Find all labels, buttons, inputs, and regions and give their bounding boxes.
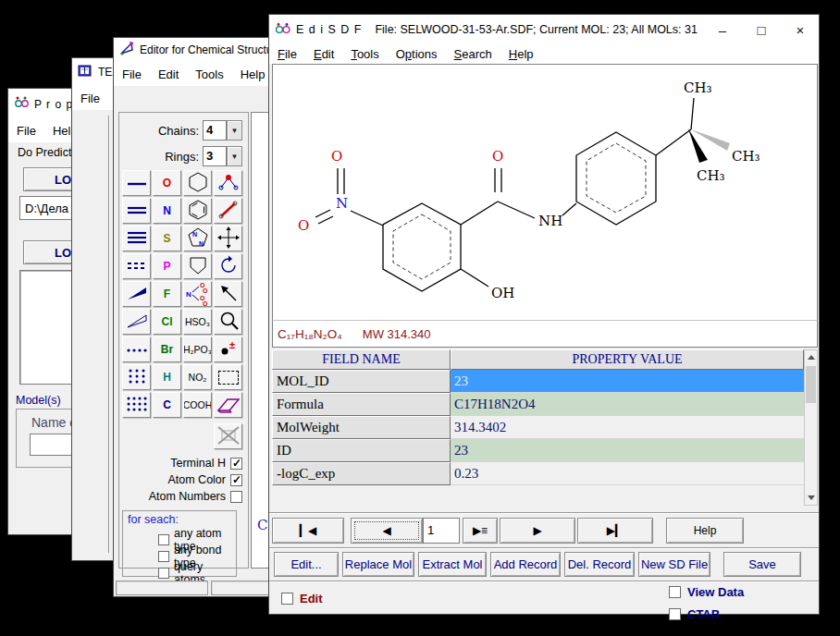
tool-imidazole[interactable]: NN bbox=[183, 226, 212, 251]
edit-checkbox[interactable] bbox=[281, 593, 293, 605]
terminal-h-option[interactable]: Terminal H bbox=[170, 457, 242, 470]
replace-mol-button[interactable]: Replace Mol bbox=[342, 552, 414, 577]
rings-dropdown-button[interactable]: ▼ bbox=[227, 146, 242, 166]
last-record-button[interactable]: ▶▎ bbox=[577, 518, 653, 544]
edit-button[interactable]: Edit... bbox=[274, 552, 339, 577]
atom-label-carbonyl-o: O bbox=[492, 148, 503, 165]
tool-dots-dense[interactable] bbox=[122, 392, 151, 418]
element-chlorine-button[interactable]: Cl bbox=[153, 309, 181, 335]
next-record-button[interactable]: ▶ bbox=[500, 518, 575, 544]
tool-single-bond[interactable] bbox=[122, 170, 151, 196]
save-button[interactable]: Save bbox=[723, 552, 801, 577]
close-button[interactable]: × bbox=[781, 16, 819, 43]
menu-file[interactable]: File bbox=[269, 45, 305, 63]
tool-zoom[interactable] bbox=[214, 309, 242, 335]
first-record-button[interactable]: ▎◀ bbox=[272, 518, 344, 544]
ctab-option[interactable]: CTAB bbox=[669, 607, 720, 621]
tool-rotate[interactable] bbox=[214, 253, 242, 279]
menu-options[interactable]: Options bbox=[388, 45, 446, 63]
tool-dots-grid[interactable] bbox=[122, 364, 151, 390]
new-sd-file-button[interactable]: New SD File bbox=[638, 552, 710, 577]
element-hydrogen-button[interactable]: H bbox=[153, 364, 181, 390]
tool-ring5[interactable] bbox=[183, 253, 212, 279]
tool-select-arrow[interactable] bbox=[214, 281, 242, 307]
tool-aromatic-bond[interactable] bbox=[122, 253, 151, 279]
tool-atom-draw[interactable] bbox=[214, 170, 242, 196]
tool-double-bond[interactable] bbox=[122, 198, 151, 224]
tool-dotted-bond[interactable] bbox=[122, 336, 151, 362]
element-bromine-button[interactable]: Br bbox=[153, 336, 181, 362]
svg-text:N: N bbox=[192, 231, 197, 238]
tool-ring6[interactable] bbox=[183, 170, 212, 196]
group-no2-button[interactable]: NO₂ bbox=[183, 364, 212, 390]
edit-mode-option[interactable]: Edit bbox=[281, 592, 323, 605]
tex-menu-file[interactable]: File bbox=[72, 90, 108, 107]
editor-menu-edit[interactable]: Edit bbox=[150, 66, 187, 83]
terminal-h-checkbox[interactable] bbox=[230, 458, 242, 470]
atom-color-option[interactable]: Atom Color bbox=[167, 473, 242, 486]
element-sulfur-button[interactable]: S bbox=[153, 226, 181, 251]
tool-charge[interactable]: ± bbox=[214, 336, 242, 362]
menu-edit[interactable]: Edit bbox=[305, 45, 342, 63]
tool-move[interactable] bbox=[214, 226, 242, 251]
element-fluorine-button[interactable]: F bbox=[153, 281, 181, 307]
table-row[interactable]: Formula C17H18N2O4 bbox=[272, 393, 804, 416]
del-record-button[interactable]: Del. Record bbox=[564, 552, 635, 577]
scrollbar-thumb[interactable] bbox=[806, 366, 816, 403]
tool-select-rect[interactable] bbox=[214, 364, 242, 390]
editor-menu-file[interactable]: File bbox=[114, 66, 150, 83]
view-data-option[interactable]: View Data bbox=[669, 585, 744, 599]
query-atoms-checkbox[interactable] bbox=[158, 568, 169, 579]
menu-help[interactable]: Help bbox=[500, 45, 542, 63]
view-data-checkbox[interactable] bbox=[669, 586, 681, 598]
group-hso3-button[interactable]: HSO₃ bbox=[183, 309, 212, 335]
table-row[interactable]: MolWeight 314.3402 bbox=[272, 416, 804, 439]
scroll-down-icon[interactable] bbox=[808, 495, 815, 500]
extract-mol-button[interactable]: Extract Mol bbox=[418, 552, 487, 577]
tool-amide-group[interactable]: NOOOO bbox=[183, 281, 212, 307]
molecular-formula: C₁₇H₁₈N₂O₄ bbox=[278, 327, 342, 341]
previous-record-button[interactable]: ◀ bbox=[351, 518, 423, 544]
menu-tools[interactable]: Tools bbox=[342, 45, 387, 63]
statusbar-panel bbox=[211, 581, 276, 595]
add-record-button[interactable]: Add Record bbox=[490, 552, 561, 577]
group-h2po3-button[interactable]: H₂PO₃ bbox=[183, 336, 212, 362]
group-cooh-button[interactable]: COOH bbox=[183, 392, 212, 418]
edisdf-titlebar[interactable]: E d i S D F File: SELWOOD-31-53-Ar.SDF; … bbox=[269, 15, 819, 44]
help-button[interactable]: Help bbox=[666, 518, 744, 544]
element-phosphorus-button[interactable]: P bbox=[153, 253, 181, 279]
chains-dropdown-button[interactable]: ▼ bbox=[227, 120, 242, 141]
element-carbon-button[interactable]: C bbox=[153, 392, 181, 418]
prop-menu-file[interactable]: File bbox=[8, 122, 44, 140]
table-scrollbar[interactable] bbox=[804, 349, 818, 506]
edisdf-footer: Edit View Data CTAB bbox=[269, 581, 819, 614]
scroll-up-icon[interactable] bbox=[808, 355, 815, 360]
chains-select[interactable]: 4 ▼ bbox=[203, 120, 242, 141]
tool-wedge-bond[interactable] bbox=[122, 281, 151, 307]
tool-eraser[interactable] bbox=[214, 392, 242, 418]
editor-menu-help[interactable]: Help bbox=[232, 66, 274, 83]
element-nitrogen-button[interactable]: N bbox=[153, 198, 181, 224]
editor-menu-tools[interactable]: Tools bbox=[187, 66, 231, 83]
table-row[interactable]: ID 23 bbox=[272, 439, 804, 462]
goto-record-button[interactable]: ▶≡ bbox=[463, 518, 498, 544]
menu-search[interactable]: Search bbox=[446, 45, 500, 63]
desktop: P r o p File Help Do Prediction LOAD LOA… bbox=[0, 0, 840, 636]
atom-numbers-checkbox[interactable] bbox=[230, 491, 242, 503]
table-row[interactable]: -logC_exp 0.23 bbox=[272, 462, 804, 485]
element-oxygen-button[interactable]: O bbox=[153, 170, 181, 196]
record-number-input[interactable] bbox=[423, 518, 460, 544]
maximize-button[interactable]: □ bbox=[742, 16, 781, 43]
rings-select[interactable]: 3 ▼ bbox=[203, 146, 242, 166]
svg-text:O: O bbox=[203, 287, 208, 294]
minimize-button[interactable]: – bbox=[703, 16, 742, 43]
tool-triple-bond[interactable] bbox=[122, 226, 151, 251]
tool-bond-draw[interactable] bbox=[214, 198, 242, 224]
tool-benzene[interactable] bbox=[183, 198, 212, 224]
atom-color-checkbox[interactable] bbox=[230, 474, 242, 486]
molecule-canvas[interactable]: O O N O NH OH CH₃ CH₃ CH₃ bbox=[272, 64, 818, 320]
atom-numbers-option[interactable]: Atom Numbers bbox=[149, 490, 242, 503]
table-row[interactable]: MOL_ID 23 bbox=[272, 370, 804, 393]
ctab-checkbox[interactable] bbox=[669, 608, 681, 620]
tool-hash-wedge-bond[interactable] bbox=[122, 309, 151, 335]
